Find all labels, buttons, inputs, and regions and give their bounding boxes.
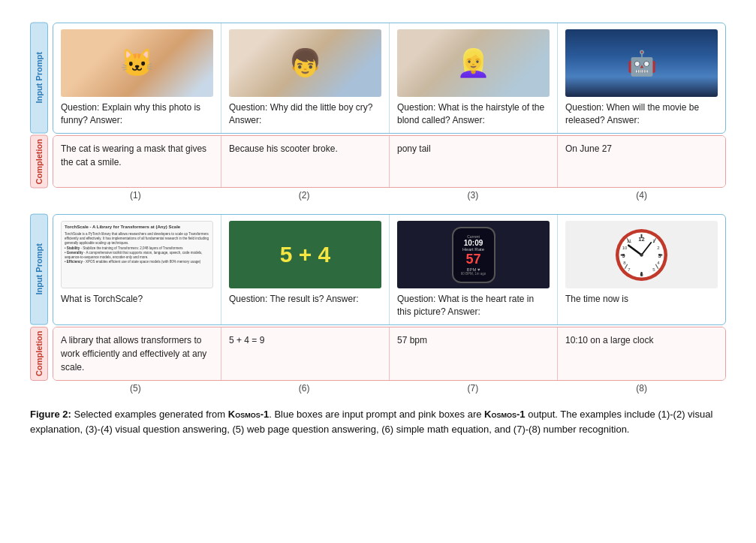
svg-text:6: 6: [640, 271, 643, 278]
cell-7-completion: 57 bpm: [390, 327, 558, 380]
svg-text:12: 12: [638, 235, 644, 242]
num-7: (7): [389, 383, 558, 394]
clock-image: 12 3 6 9 1 2 4 5 11 10 8 7: [565, 221, 718, 288]
cell-6-question: Question: The result is? Answer:: [229, 293, 359, 306]
completion-label-1: Completion: [30, 135, 48, 189]
cell-2-answer: Because his scooter broke.: [229, 142, 338, 155]
row-group-2: Input Prompt TorchScale - A Library for …: [30, 214, 726, 394]
clock-svg: 12 3 6 9 1 2 4 5 11 10 8 7: [613, 227, 670, 283]
numbers-row-1: (1) (2) (3) (4): [51, 190, 726, 201]
cell-1-question: Question: Explain why this photo is funn…: [61, 101, 213, 127]
watch-face: Current 10:09 Heart Rate 57 BPM ♥ 60 BPM…: [452, 227, 495, 283]
cell-3-answer: pony tail: [397, 142, 431, 155]
blond-image: [397, 29, 550, 97]
cell-5-completion: A library that allows transformers to wo…: [53, 327, 221, 380]
cell-4-completion: On June 27: [558, 136, 725, 188]
num-4: (4): [557, 190, 726, 201]
num-6: (6): [220, 383, 389, 394]
figure-caption: Figure 2: Selected examples generated fr…: [30, 407, 726, 439]
cell-1-completion: The cat is wearing a mask that gives the…: [53, 136, 221, 188]
cat-image: [61, 29, 213, 97]
cell-4-answer: On June 27: [565, 142, 612, 155]
cell-7-answer: 57 bpm: [397, 333, 427, 347]
cell-4-question: Question: When will the movie be release…: [565, 101, 718, 127]
cell-8-input: 12 3 6 9 1 2 4 5 11 10 8 7: [558, 215, 725, 324]
cell-8-answer: 10:10 on a large clock: [565, 333, 653, 347]
kosmos-1-ref: Kosmos-1: [228, 409, 269, 420]
input-label-1: Input Prompt: [30, 23, 48, 134]
svg-text:11: 11: [627, 239, 632, 243]
cell-2-input: Question: Why did the little boy cry? An…: [221, 23, 390, 133]
cell-6-completion: 5 + 4 = 9: [221, 327, 390, 380]
cell-6-answer: 5 + 4 = 9: [229, 333, 264, 347]
input-label-2: Input Prompt: [30, 214, 48, 325]
svg-text:10: 10: [622, 246, 628, 250]
cell-3-completion: pony tail: [390, 136, 558, 188]
num-1: (1): [51, 190, 220, 201]
svg-text:3: 3: [658, 252, 661, 258]
numbers-row-2: (5) (6) (7) (8): [51, 383, 726, 394]
cell-1-input: Question: Explain why this photo is funn…: [53, 23, 221, 133]
walle-image: [565, 29, 718, 97]
cell-5-question: What is TorchScale?: [61, 293, 143, 306]
completion-row-1: Completion The cat is wearing a mask tha…: [30, 135, 726, 189]
completion-cells-2: A library that allows transformers to wo…: [53, 327, 726, 381]
input-row-2: Input Prompt TorchScale - A Library for …: [30, 214, 726, 325]
num-2: (2): [220, 190, 389, 201]
num-5: (5): [51, 383, 220, 394]
cell-3-input: Question: What is the hairstyle of the b…: [390, 23, 558, 133]
cell-5-input: TorchScale - A Library for Transformers …: [53, 215, 221, 324]
input-cells-1: Question: Explain why this photo is funn…: [53, 23, 726, 134]
completion-label-2: Completion: [30, 327, 48, 381]
math-image: 5 + 4: [229, 221, 381, 288]
cell-2-question: Question: Why did the little boy cry? An…: [229, 101, 381, 127]
cell-2-completion: Because his scooter broke.: [221, 136, 390, 188]
boy-image: [229, 29, 381, 97]
row-group-1: Input Prompt Question: Explain why this …: [30, 23, 726, 201]
cell-6-input: 5 + 4 Question: The result is? Answer:: [221, 215, 390, 324]
cell-4-input: Question: When will the movie be release…: [558, 23, 725, 133]
svg-text:9: 9: [622, 252, 625, 258]
cell-8-completion: 10:10 on a large clock: [558, 327, 725, 380]
completion-cells-1: The cat is wearing a mask that gives the…: [53, 135, 726, 189]
cell-1-answer: The cat is wearing a mask that gives the…: [61, 142, 213, 169]
input-cells-2: TorchScale - A Library for Transformers …: [53, 214, 726, 325]
svg-point-24: [640, 253, 643, 257]
cell-7-input: Current 10:09 Heart Rate 57 BPM ♥ 60 BPM…: [390, 215, 558, 324]
completion-row-2: Completion A library that allows transfo…: [30, 327, 726, 381]
cell-3-question: Question: What is the hairstyle of the b…: [397, 101, 550, 127]
webpage-image: TorchScale - A Library for Transformers …: [61, 221, 213, 288]
cell-5-answer: A library that allows transformers to wo…: [61, 333, 213, 374]
cell-7-question: Question: What is the heart rate in this…: [397, 293, 550, 318]
figure-caption-text: Selected examples generated from Kosmos-…: [30, 409, 712, 436]
figure-container: Input Prompt Question: Explain why this …: [15, 15, 741, 453]
cell-8-question: The time now is: [565, 293, 628, 306]
figure-caption-label: Figure 2:: [30, 409, 71, 420]
num-3: (3): [389, 190, 558, 201]
input-row-1: Input Prompt Question: Explain why this …: [30, 23, 726, 134]
watch-image: Current 10:09 Heart Rate 57 BPM ♥ 60 BPM…: [397, 221, 550, 288]
num-8: (8): [557, 383, 726, 394]
kosmos-1-ref-2: Kosmos-1: [484, 409, 525, 420]
